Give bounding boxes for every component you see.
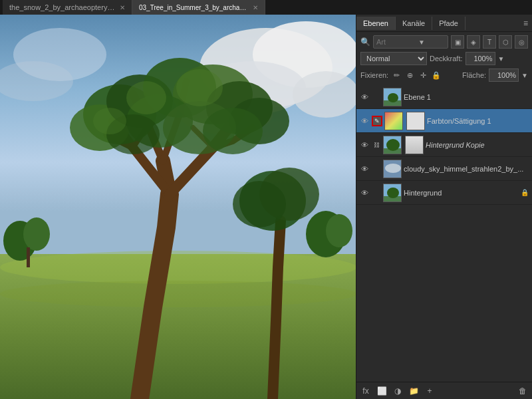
panel-menu-arrow[interactable]: ≡ xyxy=(519,16,532,31)
filter-input[interactable] xyxy=(376,38,416,46)
fix-label: Fixieren: xyxy=(360,71,388,79)
tab-pfade[interactable]: Pfade xyxy=(432,17,466,30)
flaeche-input[interactable] xyxy=(489,68,519,82)
svg-point-12 xyxy=(23,217,50,251)
blend-mode-select[interactable]: Normal xyxy=(360,52,427,65)
opacity-label: Deckkraft: xyxy=(430,55,463,63)
opacity-input[interactable] xyxy=(466,52,495,65)
filter-row: 🔍 ▼ ▣ ◈ T ⬡ ◎ xyxy=(360,35,528,49)
layer-mask-hue xyxy=(406,112,425,130)
svg-point-9 xyxy=(0,251,356,284)
fix-gradient[interactable]: ⊕ xyxy=(404,70,415,80)
layer-eye-ebene1[interactable]: 👁 xyxy=(359,92,370,102)
scene-svg xyxy=(0,15,356,399)
layer-item-hintergrund[interactable]: 👁 Hintergrund 🔒 xyxy=(356,181,532,205)
tab-kanaele[interactable]: Kanäle xyxy=(396,17,432,30)
layer-name-sky: cloudy_sky_himmel_strahlen2_by_... xyxy=(404,165,529,173)
layer-thumb-sky xyxy=(383,160,402,178)
layer-name-ebene1: Ebene 1 xyxy=(404,93,529,101)
title-bar: the_snow_2_by_archaeopteryx_stocks.jpg ✕… xyxy=(0,0,532,15)
layer-eye-hgkopie[interactable]: 👁 xyxy=(359,140,370,150)
layer-eye-hue[interactable]: 👁 xyxy=(359,116,370,126)
layer-controls: 🔍 ▼ ▣ ◈ T ⬡ ◎ Normal Deckkraft: ▼ xyxy=(356,32,532,85)
filter-btn-5[interactable]: ◎ xyxy=(515,35,528,49)
svg-point-29 xyxy=(93,108,126,134)
svg-point-28 xyxy=(176,69,223,106)
layer-mask-hgkopie xyxy=(405,136,424,154)
btn-adjustment[interactable]: ◑ xyxy=(391,384,404,398)
svg-rect-36 xyxy=(385,112,403,130)
main-area: Ebenen Kanäle Pfade ≡ 🔍 ▼ ▣ ◈ T ⬡ ◎ xyxy=(0,15,532,399)
svg-point-27 xyxy=(126,81,166,114)
svg-point-39 xyxy=(386,139,400,151)
canvas-image xyxy=(0,15,356,399)
btn-mask[interactable]: ⬜ xyxy=(375,384,388,398)
tab-tree-label: 03_Tree_in_Summer_3_by_archaeopteryx_sto… xyxy=(139,4,249,11)
tab-snow-label: the_snow_2_by_archaeopteryx_stocks.jpg xyxy=(9,3,116,11)
layer-thumb-ebene1 xyxy=(383,88,402,106)
btn-new-layer[interactable]: + xyxy=(423,384,436,398)
svg-point-32 xyxy=(233,181,286,227)
tab-snow[interactable]: the_snow_2_by_archaeopteryx_stocks.jpg ✕ xyxy=(3,0,132,15)
layer-eye-sky[interactable]: 👁 xyxy=(359,164,370,174)
flaeche-dropdown-icon: ▼ xyxy=(521,72,528,79)
btn-delete[interactable]: 🗑 xyxy=(516,384,529,398)
filter-btn-3[interactable]: T xyxy=(483,35,496,49)
filter-btn-1[interactable]: ▣ xyxy=(451,35,464,49)
filter-search[interactable]: ▼ xyxy=(373,35,448,49)
layer-eye-hintergrund[interactable]: 👁 xyxy=(359,188,370,198)
filter-btn-2[interactable]: ◈ xyxy=(467,35,480,49)
fix-lock[interactable]: 🔒 xyxy=(431,70,442,80)
right-panel: Ebenen Kanäle Pfade ≡ 🔍 ▼ ▣ ◈ T ⬡ ◎ xyxy=(356,15,532,399)
layer-name-hue: Farbton/Sättigung 1 xyxy=(427,117,529,125)
filter-btn-4[interactable]: ⬡ xyxy=(499,35,512,49)
svg-point-15 xyxy=(326,214,352,247)
layer-thumb-hue xyxy=(384,112,403,130)
blend-opacity-row: Normal Deckkraft: ▼ xyxy=(360,51,528,66)
layer-item-hgkopie[interactable]: 👁 ⛓ Hintergrund Kopie xyxy=(356,133,532,157)
panel-bottom: fx ⬜ ◑ 📁 + 🗑 xyxy=(356,382,532,399)
layer-lock-hintergrund: 🔒 xyxy=(520,188,529,198)
tab-snow-close[interactable]: ✕ xyxy=(120,4,125,11)
layer-link-hintergrund xyxy=(372,188,381,198)
svg-point-35 xyxy=(388,93,398,102)
layer-list: 👁 Ebene 1 👁 ✎ xyxy=(356,85,532,382)
layer-edit-hue[interactable]: ✎ xyxy=(372,116,382,126)
tab-tree-close[interactable]: ✕ xyxy=(253,4,258,11)
svg-point-10 xyxy=(0,281,356,307)
svg-point-44 xyxy=(387,188,399,198)
fix-move[interactable]: ✛ xyxy=(418,70,428,80)
panel-tabs: Ebenen Kanäle Pfade ≡ xyxy=(356,15,532,32)
layer-item-ebene1[interactable]: 👁 Ebene 1 xyxy=(356,85,532,109)
btn-group[interactable]: 📁 xyxy=(407,384,420,398)
canvas-area xyxy=(0,15,356,399)
filter-icon: 🔍 xyxy=(360,37,370,47)
flaeche-label: Fläche: xyxy=(462,71,486,79)
svg-point-41 xyxy=(385,164,401,173)
layer-item-hue[interactable]: 👁 ✎ Farbton/Sä xyxy=(356,109,532,133)
layer-name-hgkopie: Hintergrund Kopie xyxy=(426,141,529,149)
btn-fx[interactable]: fx xyxy=(359,384,372,398)
layer-link-hgkopie: ⛓ xyxy=(372,140,381,150)
svg-point-26 xyxy=(203,108,263,154)
fix-row: Fixieren: ✏ ⊕ ✛ 🔒 Fläche: ▼ xyxy=(360,68,528,82)
layer-thumb-hgkopie xyxy=(383,136,402,154)
layer-item-sky[interactable]: 👁 cloudy_sky_himmel_strahlen2_by_... xyxy=(356,157,532,181)
layer-name-hintergrund: Hintergrund xyxy=(404,189,518,197)
tab-tree[interactable]: 03_Tree_in_Summer_3_by_archaeopteryx_sto… xyxy=(132,0,265,15)
layer-link-ebene1 xyxy=(372,92,381,102)
fix-pencil[interactable]: ✏ xyxy=(391,70,402,80)
tab-ebenen[interactable]: Ebenen xyxy=(356,17,396,30)
svg-rect-13 xyxy=(27,247,30,267)
filter-dropdown-icon: ▼ xyxy=(418,39,425,46)
opacity-dropdown-icon: ▼ xyxy=(498,55,505,63)
layer-thumb-hintergrund xyxy=(383,184,402,202)
layer-link-sky xyxy=(372,164,381,174)
